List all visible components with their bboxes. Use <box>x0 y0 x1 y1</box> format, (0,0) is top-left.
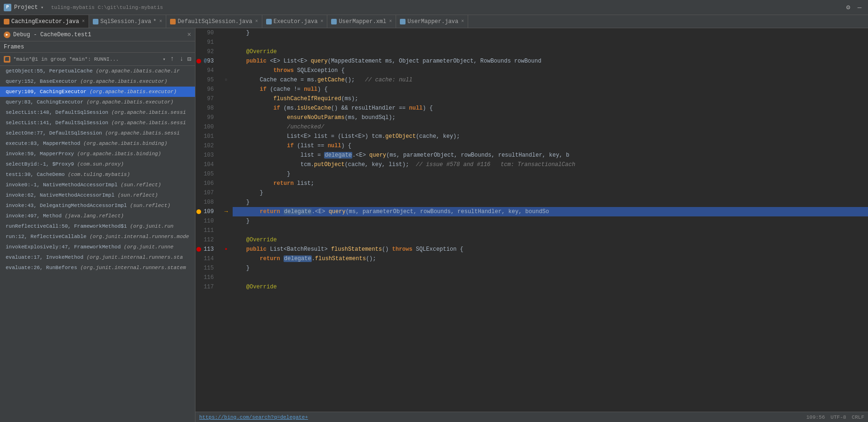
tab-sqlsession[interactable]: SqlSession.java * × <box>89 15 166 28</box>
tab-usermapper[interactable]: UserMapper.xml × <box>327 15 396 28</box>
stack-frame-item[interactable]: invoke:62, NativeMethodAccessorImpl (sun… <box>0 190 195 200</box>
frame-text: evaluate:17, InvokeMethod (org.junit.int… <box>6 255 183 260</box>
thread-selector[interactable]: *main*@1 in group *main*: RUNNI... <box>13 56 160 62</box>
tab-modified-sqlsession: * <box>153 18 156 25</box>
stack-frame-item[interactable]: run:12, ReflectiveCallable (org.junit.in… <box>0 231 195 242</box>
stack-frame-item[interactable]: runReflectiveCall:50, FrameworkMethod$1 … <box>0 221 195 231</box>
settings-icon[interactable]: ⚙ <box>844 3 853 12</box>
stack-frame-item[interactable]: evaluate:26, RunBefores (org.junit.inter… <box>0 263 195 273</box>
stack-frame-item[interactable]: selectList:141, DefaultSqlSession (org.a… <box>0 118 195 128</box>
tab-close-executor[interactable]: × <box>320 19 323 24</box>
tab-executor[interactable]: Executor.java × <box>262 15 328 28</box>
editor-gutter: ○ → ● <box>221 28 231 412</box>
breakpoint-dot-93 <box>196 59 201 64</box>
stack-frame-item-active[interactable]: query:109, CachingExecutor (org.apache.i… <box>0 87 195 97</box>
tab-close-caching[interactable]: × <box>82 19 85 24</box>
frames-bar: Frames <box>0 41 195 53</box>
editor-panel: 90 91 92 93 @ 94 95 96 97 98 99 100 101 … <box>195 28 868 422</box>
code-line-105: } <box>233 169 868 179</box>
gutter-116 <box>221 273 231 282</box>
code-line-108: } <box>233 198 868 207</box>
code-text-107: } <box>233 188 263 198</box>
stack-frame-item[interactable]: invoke:59, MapperProxy (org.apache.ibati… <box>0 149 195 159</box>
tab-close-sqlsession[interactable]: × <box>159 19 162 24</box>
gutter-98 <box>221 104 231 113</box>
line-num-92: 92 <box>195 47 218 56</box>
debug-close-button[interactable]: × <box>187 31 191 39</box>
stack-frame-item[interactable]: query:83, CachingExecutor (org.apache.ib… <box>0 97 195 107</box>
line-numbers: 90 91 92 93 @ 94 95 96 97 98 99 100 101 … <box>195 28 221 412</box>
gutter-101 <box>221 132 231 141</box>
code-area: 90 91 92 93 @ 94 95 96 97 98 99 100 101 … <box>195 28 868 412</box>
frame-text-active: query:109, CachingExecutor (org.apache.i… <box>6 89 177 95</box>
line-num-116: 116 <box>195 273 218 282</box>
code-line-111 <box>233 226 868 235</box>
status-link[interactable]: https://bing.com/search?q=delegate+ <box>199 414 308 420</box>
stack-frame-item[interactable]: query:152, BaseExecutor (org.apache.ibat… <box>0 76 195 87</box>
stack-frame-item[interactable]: execute:83, MapperMethod (org.apache.iba… <box>0 138 195 149</box>
code-text-94: throws SQLException { <box>233 66 345 75</box>
code-text-99: ensureNoOutParams(ms, boundSql); <box>233 113 396 122</box>
project-dropdown-arrow[interactable]: ▾ <box>41 5 43 10</box>
minimize-icon[interactable]: — <box>855 3 864 12</box>
stack-frame-item[interactable]: invoke:43, DelegatingMethodAccessorImpl … <box>0 200 195 211</box>
frame-text: invokeExplosively:47, FrameworkMethod (o… <box>6 244 173 250</box>
filter-button[interactable]: ⊟ <box>187 55 191 63</box>
code-content[interactable]: } @Override public <E> List<E> query(Map… <box>231 28 868 412</box>
line-num-94: 94 <box>195 66 218 75</box>
code-line-99: ensureNoOutParams(ms, boundSql); <box>233 113 868 122</box>
gutter-114 <box>221 254 231 263</box>
tab-close-usermapper2[interactable]: × <box>461 19 464 24</box>
code-text-111 <box>233 226 236 235</box>
nav-down-button[interactable]: ↓ <box>178 55 186 63</box>
line-num-111: 111 <box>195 226 218 235</box>
line-num-109: 109 <box>195 207 218 216</box>
code-line-109: return delegate.<E> query(ms, parameterO… <box>233 207 868 216</box>
code-line-101: List<E> list = (List<E>) tcm.getObject(c… <box>233 132 868 141</box>
code-line-96: if (cache != null) { <box>233 85 868 94</box>
frame-text: selectByid:-1, $Proxy9 (com.sun.proxy) <box>6 161 124 167</box>
exec-arrow-109 <box>196 209 201 214</box>
tab-usermapper2[interactable]: UserMapper.java × <box>396 15 468 28</box>
stack-frame-item[interactable]: evaluate:17, InvokeMethod (org.junit.int… <box>0 252 195 263</box>
gutter-92 <box>221 47 231 56</box>
tab-icon-defaultsql <box>170 19 176 24</box>
tab-label-sqlsession: SqlSession.java <box>100 18 151 25</box>
dropdown-arrow-thread[interactable]: ▾ <box>163 56 166 62</box>
line-num-105: 105 <box>195 169 218 179</box>
gutter-95: ○ <box>221 75 231 85</box>
status-right: 109:56 UTF-8 CRLF <box>806 414 864 420</box>
stack-frame-item[interactable]: selectOne:77, DefaultSqlSession (org.apa… <box>0 128 195 138</box>
frame-text: invoke:59, MapperProxy (org.apache.ibati… <box>6 151 161 157</box>
tab-close-defaultsql[interactable]: × <box>255 19 258 24</box>
nav-up-button[interactable]: ↑ <box>169 55 176 63</box>
code-text-91 <box>233 38 236 47</box>
stack-frame-list: getObject:55, PerpetualCache (org.apache… <box>0 66 195 422</box>
frame-text: selectList:141, DefaultSqlSession (org.a… <box>6 120 186 126</box>
line-num-90: 90 <box>195 28 218 38</box>
frame-text: query:152, BaseExecutor (org.apache.ibat… <box>6 79 167 84</box>
debug-panel: ▶ Debug - CacheDemo.test1 × Frames ⬛ *ma… <box>0 28 195 422</box>
stack-frame-item[interactable]: getObject:55, PerpetualCache (org.apache… <box>0 66 195 76</box>
line-num-98: 98 <box>195 104 218 113</box>
line-num-112: 112 <box>195 235 218 245</box>
cursor-position: 109:56 <box>806 414 825 420</box>
line-num-101: 101 <box>195 132 218 141</box>
frame-text: run:12, ReflectiveCallable (org.junit.in… <box>6 234 189 239</box>
code-line-106: return list; <box>233 179 868 188</box>
stack-frame-item[interactable]: selectList:148, DefaultSqlSession (org.a… <box>0 107 195 118</box>
stack-frame-item[interactable]: test1:30, CacheDemo (com.tuling.mybatis) <box>0 169 195 180</box>
frames-label: Frames <box>4 44 24 50</box>
debug-icon: ▶ <box>4 32 10 38</box>
line-num-102: 102 <box>195 141 218 151</box>
stack-frame-item[interactable]: invoke:497, Method (java.lang.reflect) <box>0 211 195 221</box>
code-text-104: tcm.putObject(cache, key, list); // issu… <box>233 160 575 169</box>
tab-close-usermapper[interactable]: × <box>389 19 392 24</box>
tab-caching[interactable]: CachingExecutor.java × <box>0 15 89 28</box>
stack-frame-item[interactable]: invoke0:-1, NativeMethodAccessorImpl (su… <box>0 180 195 190</box>
line-num-97: 97 <box>195 94 218 104</box>
tab-defaultsql[interactable]: DefaultSqlSession.java × <box>166 15 262 28</box>
stack-frame-item[interactable]: invokeExplosively:47, FrameworkMethod (o… <box>0 242 195 252</box>
stack-frame-item[interactable]: selectByid:-1, $Proxy9 (com.sun.proxy) <box>0 159 195 169</box>
breakpoint-dot-113 <box>196 247 201 252</box>
